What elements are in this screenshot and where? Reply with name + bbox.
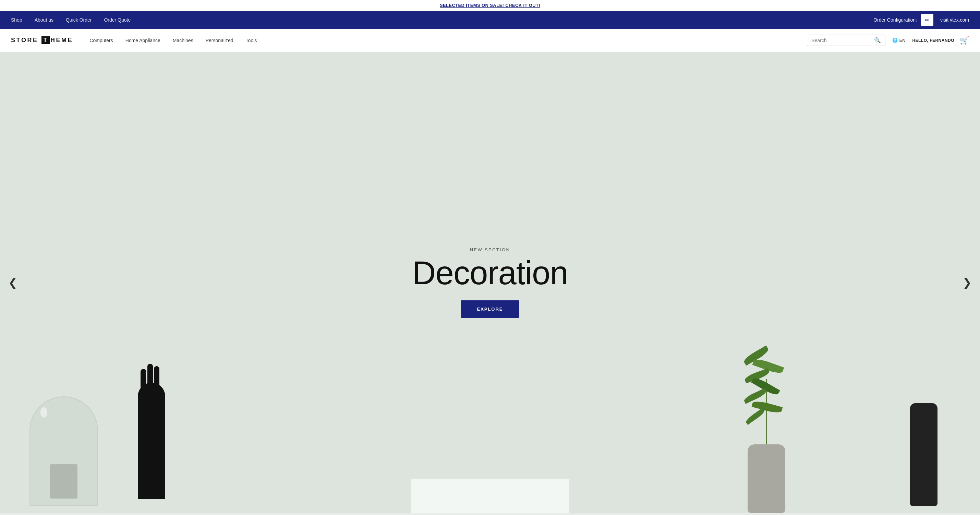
nav-home-appliance[interactable]: Home Appliance [126,38,161,43]
top-nav-right: Order Configuration: ✏ visit vtex.com [873,14,969,26]
search-icon: 🔍 [874,37,881,43]
top-nav-links: Shop About us Quick Order Order Quote [11,17,130,22]
top-nav: Shop About us Quick Order Order Quote Or… [0,11,980,29]
announcement-link[interactable]: SELECTED ITEMS ON SALE! CHECK IT OUT! [440,3,540,8]
language-label: EN [899,38,905,43]
hero-content: NEW SECTION Decoration EXPLORE [412,247,568,318]
carousel-prev-button[interactable]: ❮ [4,272,22,293]
carousel-next-button[interactable]: ❯ [958,272,976,293]
hero-section: ❮ NEW SECTION Decoration EXPLORE ❯ [0,52,980,513]
hand-decoration [127,383,175,513]
explore-button[interactable]: EXPLORE [461,300,520,318]
search-button[interactable]: 🔍 [874,37,881,43]
dome-decoration [29,396,105,513]
nav-personalized[interactable]: Personalized [206,38,234,43]
visit-vtex-link[interactable]: visit vtex.com [940,17,969,22]
language-selector[interactable]: 🌐 EN [892,38,905,43]
user-greeting: HELLO, FERNANDO [912,38,954,43]
plant-decoration [739,341,794,513]
search-wrapper: 🔍 [807,35,885,46]
globe-icon: 🌐 [892,38,898,43]
cart-button[interactable]: 🛒 [960,36,969,45]
dark-vase-decoration [907,403,941,513]
hero-subtitle: NEW SECTION [412,247,568,252]
main-nav: STORE THEME Computers Home Appliance Mac… [0,29,980,52]
nav-quick-order[interactable]: Quick Order [66,17,92,22]
nav-about[interactable]: About us [35,17,54,22]
box-decoration [411,479,569,513]
pencil-button[interactable]: ✏ [921,14,933,26]
nav-machines[interactable]: Machines [173,38,193,43]
nav-computers[interactable]: Computers [89,38,113,43]
nav-tools[interactable]: Tools [246,38,257,43]
search-input[interactable] [811,38,871,43]
cart-icon: 🛒 [960,36,969,45]
hero-title: Decoration [412,257,568,289]
main-nav-links: Computers Home Appliance Machines Person… [89,38,799,43]
chevron-left-icon: ❮ [8,276,18,289]
pencil-icon: ✏ [925,17,929,23]
order-config-label: Order Configuration: [873,17,917,22]
nav-shop[interactable]: Shop [11,17,22,22]
chevron-right-icon: ❯ [963,276,972,289]
announcement-bar: SELECTED ITEMS ON SALE! CHECK IT OUT! [0,0,980,11]
nav-order-quote[interactable]: Order Quote [104,17,130,22]
site-logo[interactable]: STORE THEME [11,36,73,44]
